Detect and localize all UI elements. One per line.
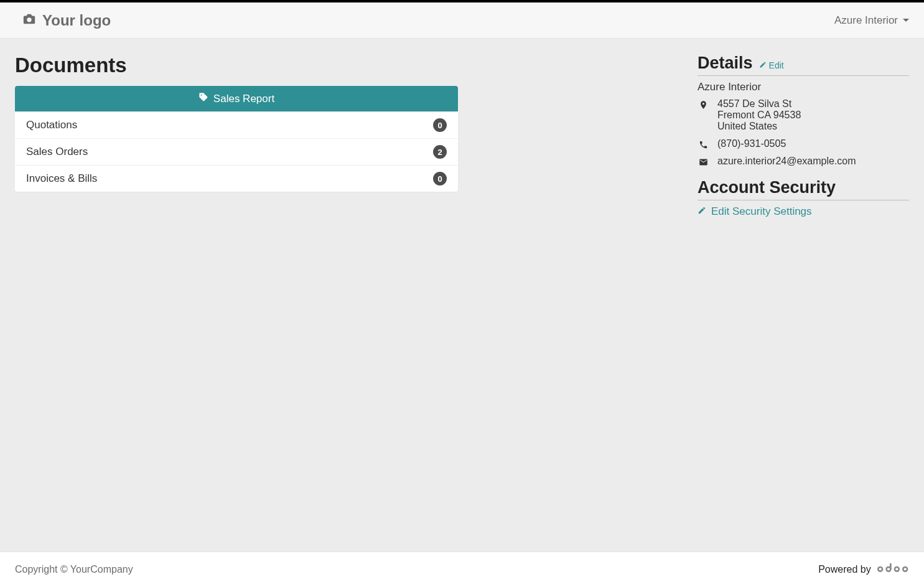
details-heading-row: Details Edit	[698, 54, 909, 76]
envelope-icon	[698, 156, 709, 167]
email-text: azure.interior24@example.com	[717, 156, 856, 167]
sales-report-button[interactable]: Sales Report	[15, 86, 458, 111]
doc-row-sales-orders[interactable]: Sales Orders 2	[15, 138, 458, 165]
email-row: azure.interior24@example.com	[698, 156, 909, 167]
documents-section: Documents Sales Report Quotations 0 Sale…	[15, 54, 458, 192]
security-heading-row: Account Security	[698, 178, 909, 200]
svg-point-5	[879, 568, 881, 570]
odoo-logo-icon	[876, 563, 909, 576]
user-menu-dropdown[interactable]: Azure Interior	[834, 14, 909, 27]
page-title: Documents	[15, 54, 458, 77]
doc-row-quotations[interactable]: Quotations 0	[15, 111, 458, 138]
edit-security-link[interactable]: Edit Security Settings	[698, 205, 812, 218]
doc-row-label: Quotations	[26, 119, 77, 131]
user-menu-label: Azure Interior	[834, 14, 898, 27]
logo[interactable]: Your logo	[22, 12, 111, 29]
address-line1: 4557 De Silva St	[717, 98, 801, 110]
powered-by[interactable]: Powered by	[818, 563, 909, 576]
phone-icon	[698, 138, 709, 149]
details-sidebar: Details Edit Azure Interior 4557 De Silv…	[698, 54, 909, 218]
security-heading: Account Security	[698, 178, 836, 197]
doc-row-invoices[interactable]: Invoices & Bills 0	[15, 165, 458, 192]
address-row: 4557 De Silva St Fremont CA 94538 United…	[698, 98, 909, 132]
details-heading: Details	[698, 54, 753, 73]
doc-row-label: Invoices & Bills	[26, 172, 97, 185]
main-content: Documents Sales Report Quotations 0 Sale…	[0, 39, 924, 552]
count-badge: 0	[433, 172, 447, 185]
copyright-text: Copyright © YourCompany	[15, 564, 133, 575]
address-line3: United States	[717, 121, 801, 132]
footer: Copyright © YourCompany Powered by	[0, 552, 924, 587]
pencil-icon	[759, 60, 767, 70]
address-text: 4557 De Silva St Fremont CA 94538 United…	[717, 98, 801, 132]
edit-details-link[interactable]: Edit	[759, 60, 784, 70]
logo-text: Your logo	[42, 12, 111, 29]
edit-label: Edit	[769, 60, 784, 70]
powered-by-label: Powered by	[818, 564, 871, 575]
sales-report-label: Sales Report	[213, 93, 274, 105]
count-badge: 2	[433, 145, 447, 159]
documents-list: Sales Report Quotations 0 Sales Orders 2…	[15, 86, 458, 192]
map-marker-icon	[698, 98, 709, 110]
chevron-down-icon	[903, 19, 909, 22]
company-name: Azure Interior	[698, 81, 909, 93]
phone-row: (870)-931-0505	[698, 138, 909, 149]
svg-rect-2	[890, 563, 892, 569]
svg-point-8	[903, 568, 906, 570]
count-badge: 0	[433, 118, 447, 132]
address-line2: Fremont CA 94538	[717, 110, 801, 121]
pencil-icon	[698, 205, 706, 218]
doc-row-label: Sales Orders	[26, 146, 88, 158]
header-nav: Your logo Azure Interior	[0, 2, 924, 39]
edit-security-label: Edit Security Settings	[711, 205, 812, 218]
svg-point-6	[887, 568, 890, 570]
phone-text: (870)-931-0505	[717, 138, 786, 149]
tag-icon	[198, 92, 208, 105]
camera-icon	[22, 12, 36, 29]
svg-point-7	[895, 568, 898, 570]
